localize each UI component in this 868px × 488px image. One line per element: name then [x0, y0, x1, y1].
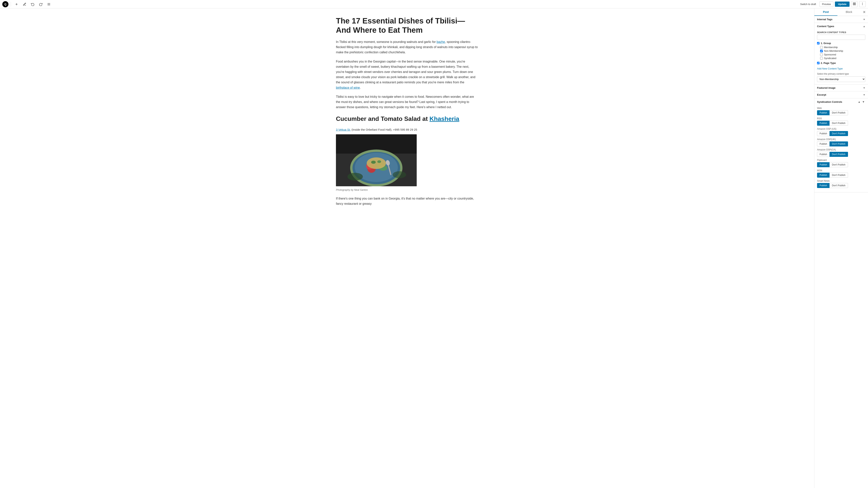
- post-body: In Tbilisi at this very moment, someone …: [336, 39, 478, 206]
- msn-dont-publish-button[interactable]: Don't Publish: [830, 173, 848, 178]
- tab-post[interactable]: Post: [814, 8, 837, 16]
- syndication-header[interactable]: Syndication Controls ▲ ▼: [814, 98, 868, 105]
- syndication-body: Web Publish Don't Publish RSS Publish Do…: [814, 105, 868, 192]
- section-featured-image: Featured image ▼: [814, 84, 868, 91]
- food-photo: [336, 134, 417, 186]
- section-syndication: Syndication Controls ▲ ▼ Web Publish Don…: [814, 98, 868, 193]
- paragraph-3[interactable]: Tbilisi is easy to love but tricky to na…: [336, 94, 478, 110]
- add-content-type-link[interactable]: Add New Content Type: [817, 67, 843, 70]
- syndicated-item: Syndicated: [817, 56, 865, 60]
- excerpt-chevron: ▼: [863, 93, 865, 96]
- add-block-button[interactable]: [13, 1, 20, 7]
- svg-point-25: [347, 173, 363, 180]
- svg-point-22: [377, 160, 381, 163]
- content-types-body: SEARCH CONTENT TYPES 1. Group Membership…: [814, 30, 868, 84]
- image-caption: Photography by Neal Santos: [336, 188, 478, 192]
- section-heading[interactable]: Cucumber and Tomato Salad at Khasheria: [336, 114, 478, 124]
- toolbar-divider: [11, 2, 11, 6]
- membership-item: Membership: [817, 46, 865, 49]
- undo-button[interactable]: [29, 1, 36, 7]
- syndication-web: Web Publish Don't Publish: [817, 107, 865, 115]
- tab-block[interactable]: Block: [837, 8, 861, 16]
- non-membership-checkbox[interactable]: [820, 50, 823, 52]
- syndication-flipboard: Flipboard Publish Don't Publish: [817, 159, 865, 167]
- excerpt-label: Excerpt: [817, 93, 826, 96]
- group2-checkbox[interactable]: [817, 62, 819, 64]
- svg-point-20: [367, 157, 386, 169]
- khasheria-link[interactable]: Khasheria: [430, 115, 459, 122]
- rss-publish-button[interactable]: Publish: [817, 121, 830, 126]
- msn-publish-button[interactable]: Publish: [817, 173, 830, 178]
- section-content-types: Content Types ▲ SEARCH CONTENT TYPES 1. …: [814, 23, 868, 84]
- flipboard-publish-button[interactable]: Publish: [817, 162, 830, 167]
- bazhe-link[interactable]: bazhe: [437, 40, 445, 44]
- search-content-types-input[interactable]: [817, 35, 865, 40]
- birthplace-wine-link[interactable]: birthplace of wine: [336, 86, 360, 89]
- location-detail: (Inside the Orbeliani Food Hall), +995 5…: [351, 128, 417, 131]
- redo-button[interactable]: [37, 1, 44, 7]
- group1-checkbox[interactable]: [817, 42, 819, 45]
- syndication-amazon-ca: Amazon OSP(CA) Publish Don't Publish: [817, 148, 865, 157]
- amazon-uk-publish-button[interactable]: Publish: [817, 141, 830, 146]
- amazon-uk-dont-publish-button[interactable]: Don't Publish: [830, 141, 848, 146]
- syndication-expand-button[interactable]: ▼: [862, 100, 865, 103]
- site-logo: Q: [2, 1, 8, 7]
- amazon-ca-label: Amazon OSP(CA): [817, 148, 865, 151]
- sponsored-item: Sponsored: [817, 53, 865, 56]
- settings-button[interactable]: [851, 1, 858, 7]
- editor-content: The 17 Essential Dishes of Tbilisi—And W…: [336, 16, 478, 210]
- more-options-button[interactable]: [859, 1, 866, 7]
- smart-news-dont-publish-button[interactable]: Don't Publish: [830, 183, 848, 188]
- rss-buttons: Publish Don't Publish: [817, 121, 865, 126]
- content-types-header[interactable]: Content Types ▲: [814, 23, 868, 30]
- group1-label: 1. Group: [817, 42, 865, 45]
- syndication-msn: MSN Publish Don't Publish: [817, 169, 865, 178]
- smart-news-buttons: Publish Don't Publish: [817, 183, 865, 188]
- internal-tags-label: Internal Tags: [817, 18, 832, 21]
- close-sidebar-button[interactable]: ✕: [861, 8, 868, 16]
- membership-checkbox[interactable]: [820, 46, 823, 49]
- editor-area[interactable]: The 17 Essential Dishes of Tbilisi—And W…: [0, 8, 814, 488]
- web-label: Web: [817, 107, 865, 110]
- msn-buttons: Publish Don't Publish: [817, 173, 865, 178]
- switch-to-draft-button[interactable]: Switch to draft: [798, 2, 818, 7]
- svg-point-26: [393, 171, 406, 178]
- primary-content-type-section: Select the primary content type Non-Memb…: [817, 73, 865, 82]
- toolbar: Q Switch to draft Preview Update: [0, 0, 868, 8]
- sponsored-checkbox[interactable]: [820, 53, 823, 56]
- flipboard-buttons: Publish Don't Publish: [817, 162, 865, 167]
- location-line: 3 Vekua St. (Inside the Orbeliani Food H…: [336, 127, 478, 132]
- address-link[interactable]: 3 Vekua St.: [336, 128, 351, 131]
- paragraph-2[interactable]: Food ambushes you in the Georgian capita…: [336, 59, 478, 90]
- svg-rect-8: [853, 4, 854, 5]
- internal-tags-header[interactable]: Internal Tags ▼: [814, 16, 868, 23]
- primary-content-type-select[interactable]: Non-Membership Membership Sponsored Synd…: [817, 77, 865, 82]
- document-overview-button[interactable]: [45, 1, 52, 7]
- amazon-us-buttons: Publish Don't Publish: [817, 131, 865, 136]
- flipboard-label: Flipboard: [817, 159, 865, 162]
- syndication-smart-news: Smart News Publish Don't Publish: [817, 179, 865, 188]
- amazon-us-dont-publish-button[interactable]: Don't Publish: [830, 131, 848, 136]
- amazon-ca-dont-publish-button[interactable]: Don't Publish: [830, 152, 848, 157]
- syndicated-checkbox[interactable]: [820, 57, 823, 60]
- rss-label: RSS: [817, 117, 865, 120]
- flipboard-dont-publish-button[interactable]: Don't Publish: [830, 162, 848, 167]
- update-button[interactable]: Update: [835, 2, 849, 7]
- primary-content-type-label: Select the primary content type: [817, 73, 865, 75]
- amazon-us-publish-button[interactable]: Publish: [817, 131, 830, 136]
- excerpt-header[interactable]: Excerpt ▼: [814, 91, 868, 98]
- paragraph-4[interactable]: If there's one thing you can bank on in …: [336, 196, 478, 206]
- rss-dont-publish-button[interactable]: Don't Publish: [830, 121, 848, 126]
- paragraph-1[interactable]: In Tbilisi at this very moment, someone …: [336, 39, 478, 55]
- svg-rect-6: [855, 3, 856, 4]
- tools-button[interactable]: [21, 1, 28, 7]
- amazon-ca-publish-button[interactable]: Publish: [817, 152, 830, 157]
- web-dont-publish-button[interactable]: Don't Publish: [830, 110, 848, 115]
- web-publish-button[interactable]: Publish: [817, 110, 830, 115]
- preview-button[interactable]: Preview: [819, 1, 833, 7]
- smart-news-publish-button[interactable]: Publish: [817, 183, 830, 188]
- syndication-collapse-button[interactable]: ▲: [857, 100, 861, 103]
- post-title[interactable]: The 17 Essential Dishes of Tbilisi—And W…: [336, 16, 478, 35]
- syndication-rss: RSS Publish Don't Publish: [817, 117, 865, 126]
- featured-image-header[interactable]: Featured image ▼: [814, 84, 868, 91]
